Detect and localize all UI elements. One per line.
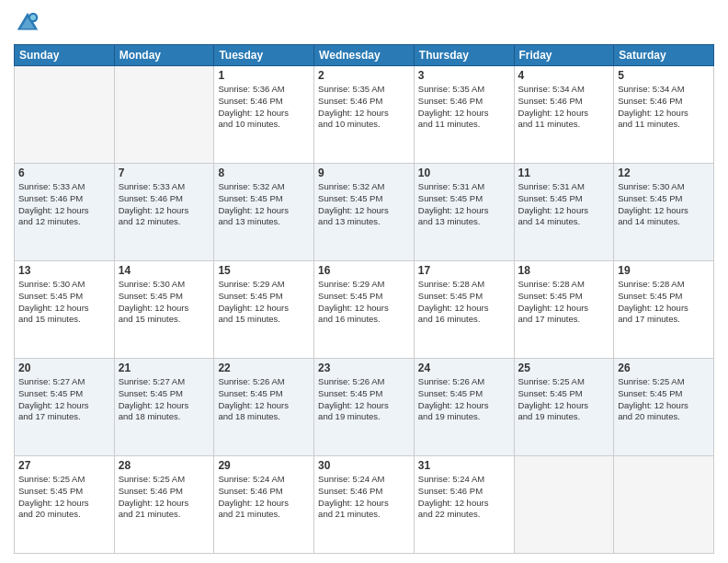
day-info: Sunrise: 5:31 AM Sunset: 5:45 PM Dayligh… [418, 181, 510, 228]
calendar-cell: 30Sunrise: 5:24 AM Sunset: 5:46 PM Dayli… [314, 456, 415, 554]
day-info: Sunrise: 5:36 AM Sunset: 5:46 PM Dayligh… [218, 84, 310, 131]
logo [14, 9, 45, 37]
day-info: Sunrise: 5:24 AM Sunset: 5:46 PM Dayligh… [318, 474, 410, 521]
day-number: 20 [18, 362, 110, 374]
day-info: Sunrise: 5:35 AM Sunset: 5:46 PM Dayligh… [318, 84, 410, 131]
day-info: Sunrise: 5:29 AM Sunset: 5:45 PM Dayligh… [318, 279, 410, 326]
day-info: Sunrise: 5:25 AM Sunset: 5:45 PM Dayligh… [618, 376, 710, 423]
calendar-cell: 6Sunrise: 5:33 AM Sunset: 5:46 PM Daylig… [15, 164, 115, 261]
calendar-week-row: 6Sunrise: 5:33 AM Sunset: 5:46 PM Daylig… [15, 164, 714, 261]
calendar-cell: 10Sunrise: 5:31 AM Sunset: 5:45 PM Dayli… [414, 164, 514, 261]
day-number: 6 [18, 167, 110, 179]
day-number: 4 [518, 69, 610, 82]
calendar-cell: 15Sunrise: 5:29 AM Sunset: 5:45 PM Dayli… [214, 261, 314, 359]
calendar-cell: 3Sunrise: 5:35 AM Sunset: 5:46 PM Daylig… [414, 66, 514, 164]
calendar-cell: 7Sunrise: 5:33 AM Sunset: 5:46 PM Daylig… [114, 164, 214, 261]
day-number: 1 [218, 69, 310, 82]
col-header-tuesday: Tuesday [214, 45, 314, 66]
calendar-cell: 2Sunrise: 5:35 AM Sunset: 5:46 PM Daylig… [314, 66, 415, 164]
day-info: Sunrise: 5:29 AM Sunset: 5:45 PM Dayligh… [218, 279, 310, 326]
day-info: Sunrise: 5:33 AM Sunset: 5:46 PM Dayligh… [119, 181, 210, 228]
day-number: 5 [618, 69, 710, 82]
day-number: 30 [318, 459, 410, 472]
calendar-cell: 29Sunrise: 5:24 AM Sunset: 5:46 PM Dayli… [214, 456, 314, 554]
day-number: 11 [518, 167, 610, 179]
calendar-cell [514, 456, 614, 554]
day-number: 23 [318, 362, 410, 374]
calendar-cell: 19Sunrise: 5:28 AM Sunset: 5:45 PM Dayli… [614, 261, 714, 359]
day-info: Sunrise: 5:27 AM Sunset: 5:45 PM Dayligh… [119, 376, 210, 423]
calendar-cell [114, 66, 214, 164]
calendar-cell: 24Sunrise: 5:26 AM Sunset: 5:45 PM Dayli… [414, 359, 514, 456]
col-header-sunday: Sunday [15, 45, 115, 66]
day-info: Sunrise: 5:26 AM Sunset: 5:45 PM Dayligh… [218, 376, 310, 423]
day-number: 22 [218, 362, 310, 374]
calendar-cell: 12Sunrise: 5:30 AM Sunset: 5:45 PM Dayli… [614, 164, 714, 261]
day-number: 12 [618, 167, 710, 179]
day-info: Sunrise: 5:25 AM Sunset: 5:45 PM Dayligh… [518, 376, 610, 423]
calendar-cell: 28Sunrise: 5:25 AM Sunset: 5:46 PM Dayli… [114, 456, 214, 554]
day-number: 7 [119, 167, 210, 179]
day-info: Sunrise: 5:26 AM Sunset: 5:45 PM Dayligh… [418, 376, 510, 423]
col-header-friday: Friday [514, 45, 614, 66]
day-info: Sunrise: 5:31 AM Sunset: 5:45 PM Dayligh… [518, 181, 610, 228]
day-info: Sunrise: 5:33 AM Sunset: 5:46 PM Dayligh… [18, 181, 110, 228]
day-number: 19 [618, 264, 710, 277]
day-info: Sunrise: 5:30 AM Sunset: 5:45 PM Dayligh… [618, 181, 710, 228]
calendar-week-row: 20Sunrise: 5:27 AM Sunset: 5:45 PM Dayli… [15, 359, 714, 456]
calendar-cell: 17Sunrise: 5:28 AM Sunset: 5:45 PM Dayli… [414, 261, 514, 359]
calendar-cell: 9Sunrise: 5:32 AM Sunset: 5:45 PM Daylig… [314, 164, 415, 261]
day-number: 26 [618, 362, 710, 374]
day-number: 14 [119, 264, 210, 277]
day-info: Sunrise: 5:34 AM Sunset: 5:46 PM Dayligh… [618, 84, 710, 131]
day-number: 31 [418, 459, 510, 472]
header [14, 9, 714, 37]
calendar-cell: 23Sunrise: 5:26 AM Sunset: 5:45 PM Dayli… [314, 359, 415, 456]
col-header-thursday: Thursday [414, 45, 514, 66]
calendar-cell: 21Sunrise: 5:27 AM Sunset: 5:45 PM Dayli… [114, 359, 214, 456]
day-info: Sunrise: 5:32 AM Sunset: 5:45 PM Dayligh… [218, 181, 310, 228]
day-number: 16 [318, 264, 410, 277]
day-info: Sunrise: 5:32 AM Sunset: 5:45 PM Dayligh… [318, 181, 410, 228]
day-number: 29 [218, 459, 310, 472]
calendar-cell: 5Sunrise: 5:34 AM Sunset: 5:46 PM Daylig… [614, 66, 714, 164]
calendar-cell [15, 66, 115, 164]
day-info: Sunrise: 5:24 AM Sunset: 5:46 PM Dayligh… [418, 474, 510, 521]
day-info: Sunrise: 5:24 AM Sunset: 5:46 PM Dayligh… [218, 474, 310, 521]
col-header-saturday: Saturday [614, 45, 714, 66]
svg-point-3 [30, 15, 36, 20]
day-info: Sunrise: 5:27 AM Sunset: 5:45 PM Dayligh… [18, 376, 110, 423]
day-info: Sunrise: 5:34 AM Sunset: 5:46 PM Dayligh… [518, 84, 610, 131]
day-info: Sunrise: 5:28 AM Sunset: 5:45 PM Dayligh… [518, 279, 610, 326]
calendar-week-row: 27Sunrise: 5:25 AM Sunset: 5:45 PM Dayli… [15, 456, 714, 554]
calendar-cell: 8Sunrise: 5:32 AM Sunset: 5:45 PM Daylig… [214, 164, 314, 261]
calendar-cell: 13Sunrise: 5:30 AM Sunset: 5:45 PM Dayli… [15, 261, 115, 359]
day-info: Sunrise: 5:28 AM Sunset: 5:45 PM Dayligh… [418, 279, 510, 326]
calendar-header-row: SundayMondayTuesdayWednesdayThursdayFrid… [15, 45, 714, 66]
calendar-cell: 16Sunrise: 5:29 AM Sunset: 5:45 PM Dayli… [314, 261, 415, 359]
calendar-cell: 26Sunrise: 5:25 AM Sunset: 5:45 PM Dayli… [614, 359, 714, 456]
day-number: 3 [418, 69, 510, 82]
day-number: 10 [418, 167, 510, 179]
calendar-cell: 27Sunrise: 5:25 AM Sunset: 5:45 PM Dayli… [15, 456, 115, 554]
logo-icon [14, 9, 41, 37]
calendar-cell: 22Sunrise: 5:26 AM Sunset: 5:45 PM Dayli… [214, 359, 314, 456]
calendar-cell: 14Sunrise: 5:30 AM Sunset: 5:45 PM Dayli… [114, 261, 214, 359]
day-number: 28 [119, 459, 210, 472]
calendar-cell: 4Sunrise: 5:34 AM Sunset: 5:46 PM Daylig… [514, 66, 614, 164]
calendar-cell: 25Sunrise: 5:25 AM Sunset: 5:45 PM Dayli… [514, 359, 614, 456]
day-info: Sunrise: 5:30 AM Sunset: 5:45 PM Dayligh… [18, 279, 110, 326]
day-number: 24 [418, 362, 510, 374]
calendar-cell [614, 456, 714, 554]
calendar-week-row: 1Sunrise: 5:36 AM Sunset: 5:46 PM Daylig… [15, 66, 714, 164]
day-number: 2 [318, 69, 410, 82]
day-number: 27 [18, 459, 110, 472]
day-number: 17 [418, 264, 510, 277]
calendar-cell: 20Sunrise: 5:27 AM Sunset: 5:45 PM Dayli… [15, 359, 115, 456]
day-info: Sunrise: 5:28 AM Sunset: 5:45 PM Dayligh… [618, 279, 710, 326]
day-number: 13 [18, 264, 110, 277]
day-info: Sunrise: 5:30 AM Sunset: 5:45 PM Dayligh… [119, 279, 210, 326]
col-header-wednesday: Wednesday [314, 45, 415, 66]
day-number: 15 [218, 264, 310, 277]
day-number: 9 [318, 167, 410, 179]
